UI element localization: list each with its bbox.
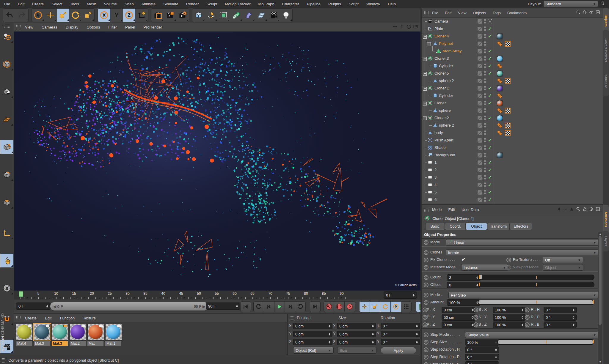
uvw-tag[interactable]: [505, 108, 511, 114]
step-size-field[interactable]: 100 %: [465, 339, 499, 346]
viewport-mode-dropdown[interactable]: Object▼: [543, 264, 583, 271]
play-forwards-button[interactable]: [274, 301, 285, 312]
tree-row-cloner-5[interactable]: Cloner.5✓: [422, 70, 603, 77]
coordinate-mode-dropdown[interactable]: Object (Rel)▼: [293, 347, 334, 354]
keyframe-ring[interactable]: [473, 322, 478, 327]
tree-row-2[interactable]: 2✓: [422, 166, 603, 174]
tree-row-sphere-2[interactable]: sphere 2: [422, 122, 603, 129]
enabled-check-icon[interactable]: ✓: [488, 48, 492, 54]
material-tag[interactable]: [497, 56, 503, 62]
menu-item-character[interactable]: Character: [278, 2, 303, 6]
layer-color-toggle[interactable]: [478, 160, 482, 165]
lock-icon[interactable]: [583, 207, 587, 212]
spinner-stepper[interactable]: [522, 324, 523, 326]
field-sx[interactable]: 100 %: [493, 307, 525, 313]
play-loop-button[interactable]: [295, 301, 306, 312]
search-icon[interactable]: [600, 1, 605, 7]
material-thumbnail[interactable]: Mat.2: [70, 324, 86, 346]
layout-dropdown[interactable]: Standard▼: [543, 1, 598, 7]
enabled-check-icon[interactable]: ✓: [488, 86, 492, 91]
goto-end-button[interactable]: [310, 301, 321, 312]
slider-handle[interactable]: [480, 275, 482, 279]
menu-item-window[interactable]: Window: [362, 2, 384, 6]
layer-color-toggle[interactable]: [478, 101, 482, 105]
move-tool[interactable]: [44, 9, 57, 22]
material-menu-edit[interactable]: Edit: [41, 316, 56, 320]
key-scale-toggle[interactable]: [370, 301, 380, 312]
phong-tag[interactable]: [497, 108, 503, 114]
menu-item-help[interactable]: Help: [384, 2, 400, 6]
search-icon[interactable]: [576, 207, 580, 212]
layer-color-toggle[interactable]: [478, 27, 482, 31]
value-slider[interactable]: [478, 282, 594, 287]
visibility-dots[interactable]: [484, 19, 486, 24]
amount-field[interactable]: 100 %: [447, 299, 480, 306]
spinner-stepper[interactable]: [372, 325, 374, 327]
side-tab-attributes[interactable]: Attributes: [603, 205, 609, 234]
visibility-dots[interactable]: [484, 116, 486, 121]
value-slider[interactable]: [478, 275, 594, 280]
tab-basic[interactable]: Basic: [425, 223, 445, 230]
camera-active-icon[interactable]: [488, 19, 492, 24]
up-icon[interactable]: [569, 207, 574, 212]
spinner-stepper[interactable]: [522, 316, 523, 319]
dropdown-clones[interactable]: Iterate▼: [446, 249, 598, 256]
spinner-stepper[interactable]: [329, 341, 330, 343]
z-axis-lock[interactable]: Z: [123, 9, 135, 22]
y-axis-lock[interactable]: Y: [110, 9, 123, 22]
light-button[interactable]: [280, 9, 292, 22]
tree-row-shader[interactable]: Shader✓: [422, 144, 603, 152]
enabled-check-icon[interactable]: ✓: [488, 100, 492, 106]
phong-tag[interactable]: [497, 63, 503, 69]
redo-button[interactable]: [16, 9, 28, 22]
size-mode-dropdown[interactable]: Size▼: [337, 347, 376, 354]
scroll-up-arrow[interactable]: ▲: [599, 232, 602, 235]
autokeying-button[interactable]: [334, 301, 345, 312]
add-icon[interactable]: [596, 10, 600, 15]
spinner-stepper[interactable]: [573, 316, 575, 319]
timeline-start-field[interactable]: 0 F: [16, 302, 51, 310]
scroll-down-arrow[interactable]: ▼: [599, 360, 602, 363]
timeline-range-slider[interactable]: ◀ 0 F90 F ▶: [50, 302, 209, 311]
layer-color-toggle[interactable]: [478, 190, 482, 195]
scrollbar-thumb[interactable]: [599, 236, 602, 325]
tree-row-1[interactable]: 1✓: [422, 159, 603, 166]
layer-color-toggle[interactable]: [478, 183, 482, 187]
spinner-stepper[interactable]: [573, 309, 575, 311]
render-to-picture-viewer-button[interactable]: [164, 9, 176, 22]
enabled-check-icon[interactable]: ✓: [488, 93, 492, 98]
tree-row-camera[interactable]: Camera: [422, 18, 603, 25]
keyframe-ring[interactable]: [424, 362, 429, 364]
layer-color-toggle[interactable]: [478, 34, 482, 39]
material-menu-texture[interactable]: Texture: [79, 316, 100, 320]
viewport-menu-cameras[interactable]: Cameras: [37, 25, 62, 29]
field-steprotationh[interactable]: 0 °: [465, 346, 499, 353]
am-menu-user-data[interactable]: User Data: [458, 207, 482, 212]
am-menu-mode[interactable]: Mode: [429, 207, 445, 212]
keyframe-ring[interactable]: [424, 333, 429, 337]
enabled-check-icon[interactable]: ✓: [488, 167, 492, 173]
make-editable-button[interactable]: [0, 30, 13, 43]
pan-icon[interactable]: [393, 24, 398, 30]
keyframe-ring[interactable]: [424, 250, 429, 255]
position-y-field[interactable]: 0 cm: [293, 331, 332, 337]
texture-mode-button[interactable]: [0, 85, 13, 99]
menu-item-sculpt[interactable]: Sculpt: [203, 2, 221, 6]
keyframe-ring[interactable]: [424, 340, 429, 345]
apply-button[interactable]: Apply: [381, 347, 416, 354]
layer-color-toggle[interactable]: [478, 56, 482, 61]
pen-spline-button[interactable]: [205, 9, 217, 22]
tree-row-cylinder[interactable]: Cylinder✓: [422, 62, 603, 70]
enabled-check-icon[interactable]: ✓: [488, 175, 492, 180]
step-mode-dropdown[interactable]: Single Value▼: [465, 332, 598, 338]
edges-mode-button[interactable]: [0, 168, 13, 182]
render-view-button[interactable]: [151, 9, 164, 22]
tab-effectors[interactable]: Effectors: [510, 223, 532, 230]
visibility-dots[interactable]: [484, 182, 486, 188]
menu-item-create[interactable]: Create: [28, 2, 48, 6]
enabled-check-icon[interactable]: ✓: [488, 63, 492, 69]
expander-icon[interactable]: [423, 35, 427, 39]
menu-item-script[interactable]: Script: [345, 2, 362, 6]
menu-item-mograph[interactable]: MoGraph: [254, 2, 278, 6]
tree-row-push-apart[interactable]: Push Apart✓: [422, 137, 603, 144]
